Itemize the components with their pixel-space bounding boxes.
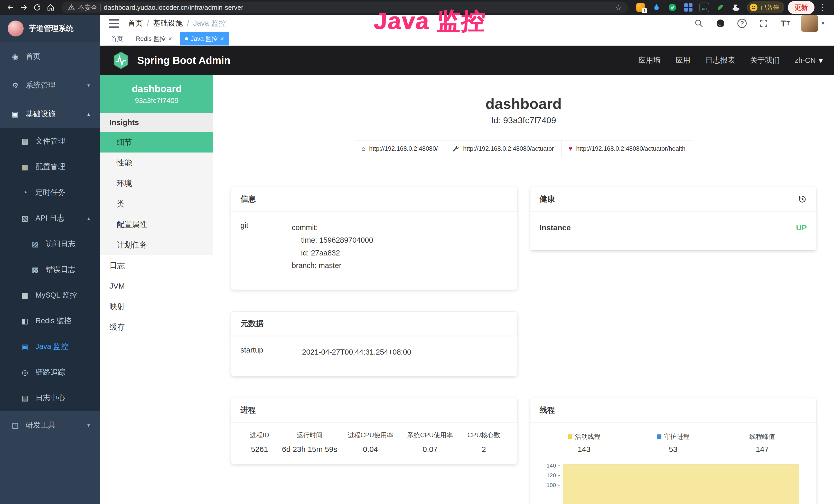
sidebar-item-redis-monitor[interactable]: ◧ Redis 监控	[0, 308, 100, 334]
sba-nav-journal[interactable]: 日志报表	[705, 55, 735, 66]
sidebar-item-scheduled-tasks[interactable]: ◔ 定时任务	[0, 180, 100, 205]
sba-item-caches[interactable]: 缓存	[100, 317, 213, 337]
info-key: git	[240, 221, 292, 272]
sidebar-item-home[interactable]: ◉ 首页	[0, 42, 100, 71]
tag-label: Redis 监控	[136, 35, 166, 43]
app-window: 芋道管理系统 ◉ 首页 ⚙ 系统管理 ▾ ▣ 基础设施 ▴	[0, 15, 834, 504]
extensions-puzzle-icon[interactable]	[731, 2, 742, 13]
sidebar-item-mysql-monitor[interactable]: ▦ MySQL 监控	[0, 282, 100, 308]
reload-icon[interactable]	[31, 2, 43, 13]
legend-value-peak: 147	[718, 445, 807, 454]
instance-name: dashboard	[132, 84, 182, 94]
back-icon[interactable]	[5, 2, 17, 13]
user-menu[interactable]: ▼	[801, 15, 825, 32]
extension-icon-orange[interactable]: 1	[635, 2, 646, 13]
help-icon[interactable]: ?	[737, 18, 748, 29]
card-title: 健康	[540, 194, 555, 204]
sba-item-performance[interactable]: 性能	[100, 153, 213, 173]
wrench-icon	[452, 145, 460, 152]
sba-item-mappings[interactable]: 映射	[100, 296, 213, 317]
sba-body: dashboard 93a3fc7f7409 Insights 细节 性能 环境…	[100, 75, 834, 504]
instance-header[interactable]: dashboard 93a3fc7f7409	[100, 75, 213, 113]
insights-list: 细节 性能 环境 类 配置属性 计划任务	[100, 132, 213, 255]
sidebar-item-java-monitor[interactable]: ▣ Java 监控	[0, 334, 100, 360]
sba-nav-wallboard[interactable]: 应用墙	[638, 55, 661, 66]
fullscreen-icon[interactable]	[758, 18, 769, 29]
profile-avatar-icon	[749, 3, 758, 12]
health-url-button[interactable]: ♥ http://192.168.0.2:48080/actuator/heal…	[561, 140, 693, 157]
insights-section-label: Insights	[100, 113, 213, 132]
browser-menu-icon[interactable]: ⋮	[816, 3, 829, 12]
sba-item-environment[interactable]: 环境	[100, 173, 213, 193]
tag-java-monitor[interactable]: Java 监控 ×	[180, 32, 229, 45]
navbar-actions: ? TT ▼	[693, 15, 825, 32]
font-size-icon[interactable]: TT	[780, 18, 791, 29]
app-logo-row[interactable]: 芋道管理系统	[0, 15, 100, 42]
sidebar-item-dev-tools[interactable]: ◰ 研发工具 ▾	[0, 411, 100, 439]
sidebar-item-tracing[interactable]: ◎ 链路追踪	[0, 360, 100, 385]
process-value-pid: 5261	[240, 445, 279, 454]
history-icon[interactable]	[798, 195, 807, 204]
browser-toolbar: 不安全 dashboard.yudao.iocoder.cn/infra/adm…	[0, 0, 834, 15]
sidebar-item-error-logs[interactable]: ▩ 错误日志	[0, 257, 100, 282]
forward-icon[interactable]	[18, 2, 30, 13]
sidebar-item-system-management[interactable]: ⚙ 系统管理 ▾	[0, 71, 100, 100]
breadcrumb: 首页 / 基础设施 / Java 监控	[128, 18, 226, 28]
sidebar-item-label: MySQL 监控	[36, 290, 77, 300]
sidebar-item-config-management[interactable]: ▥ 配置管理	[0, 154, 100, 180]
sba-brand[interactable]: Spring Boot Admin	[111, 51, 231, 70]
instance-id-subtitle: Id: 93a3fc7f7409	[231, 115, 816, 125]
git-branch-line: branch: master	[292, 259, 508, 272]
sba-item-jvm[interactable]: JVM	[100, 276, 213, 296]
legend-item-live: 活动线程 143	[540, 432, 629, 454]
extension-icon-on-toggle[interactable]: on	[699, 2, 710, 13]
extension-icon-leaf[interactable]	[715, 2, 726, 13]
chevron-down-icon: ▾	[87, 82, 90, 88]
search-icon[interactable]	[693, 18, 705, 29]
sba-nav-about[interactable]: 关于我们	[750, 55, 780, 66]
extension-icon-green-check[interactable]	[667, 2, 678, 13]
tag-home[interactable]: 首页	[106, 32, 128, 45]
browser-profile-chip[interactable]: 已暂停	[747, 2, 784, 13]
close-icon[interactable]: ×	[168, 36, 172, 42]
process-header-process-cpu: 进程CPU使用率	[341, 431, 400, 439]
legend-swatch-daemon-threads	[657, 434, 661, 439]
close-icon[interactable]: ×	[220, 36, 224, 42]
sba-item-config-props[interactable]: 配置属性	[100, 214, 213, 235]
breadcrumb-home[interactable]: 首页	[128, 18, 143, 28]
sidebar-item-file-management[interactable]: ▤ 文件管理	[0, 129, 100, 154]
github-icon[interactable]	[715, 18, 726, 29]
sidebar-item-infrastructure[interactable]: ▣ 基础设施 ▴	[0, 100, 100, 129]
sba-item-details[interactable]: 细节	[100, 132, 213, 153]
card-title: 进程	[240, 405, 256, 415]
sba-nav-applications[interactable]: 应用	[676, 55, 690, 66]
security-warning-icon	[68, 4, 75, 11]
tag-label: 首页	[111, 35, 123, 43]
service-url-button[interactable]: ⌂ http://192.168.0.2:48080/	[354, 140, 445, 157]
chevron-down-icon: ▾	[819, 56, 823, 65]
process-value-cpus: 2	[460, 445, 508, 454]
live-threads-area	[563, 464, 799, 504]
sidebar-item-access-logs[interactable]: ▨ 访问日志	[0, 231, 100, 257]
sba-item-scheduled-tasks[interactable]: 计划任务	[100, 235, 213, 255]
instance-links: ⌂ http://192.168.0.2:48080/ http://192.1…	[231, 140, 816, 157]
sidebar-item-log-center[interactable]: ▤ 日志中心	[0, 385, 100, 411]
browser-home-icon[interactable]	[45, 2, 57, 13]
actuator-url-button[interactable]: http://192.168.0.2:48080/actuator	[445, 140, 562, 157]
browser-update-button[interactable]: 更新	[788, 1, 814, 14]
breadcrumb-infrastructure[interactable]: 基础设施	[153, 18, 183, 28]
sba-item-classes[interactable]: 类	[100, 193, 213, 214]
sba-item-logs[interactable]: 日志	[100, 255, 213, 276]
hamburger-icon[interactable]	[109, 19, 119, 28]
extension-icon-drop[interactable]	[651, 2, 662, 13]
sidebar-item-api-logs[interactable]: ▧ API 日志 ▴	[0, 205, 100, 231]
legend-value-live: 143	[540, 445, 629, 454]
legend-swatch-live-threads	[568, 434, 572, 439]
sba-locale-select[interactable]: zh-CN ▾	[795, 56, 823, 65]
tag-redis-monitor[interactable]: Redis 监控 ×	[131, 32, 177, 45]
extensions-area: 1 on	[635, 2, 742, 13]
address-bar[interactable]: 不安全 dashboard.yudao.iocoder.cn/infra/adm…	[62, 2, 628, 13]
bookmark-star-icon[interactable]: ☆	[615, 3, 622, 12]
extension-icon-grid[interactable]	[683, 2, 694, 13]
git-time-line: time: 1596289704000	[292, 234, 508, 247]
